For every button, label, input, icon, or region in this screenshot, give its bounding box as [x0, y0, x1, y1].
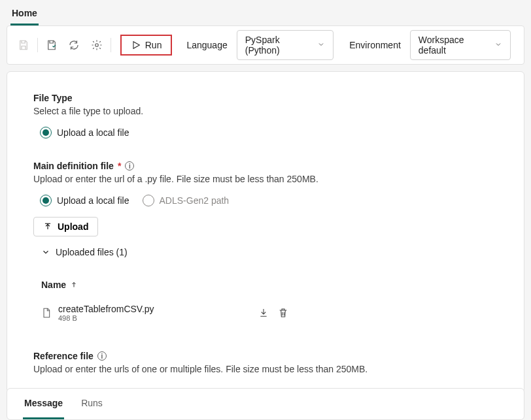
- file-name: createTablefromCSV.py: [58, 304, 258, 314]
- environment-dropdown[interactable]: Workspace default: [410, 30, 511, 60]
- section-reference-file: Reference file i Upload or enter the url…: [33, 351, 498, 374]
- file-size: 498 B: [58, 314, 258, 322]
- radio-label: Upload a local file: [57, 127, 129, 138]
- environment-label: Environment: [343, 40, 407, 50]
- upload-button[interactable]: Upload: [33, 217, 98, 236]
- radio-dot-icon: [143, 195, 154, 206]
- radio-adls-gen2-path[interactable]: ADLS-Gen2 path: [143, 195, 230, 206]
- file-icon: [41, 308, 52, 318]
- required-asterisk: *: [118, 161, 121, 171]
- bottom-tabs: Message Runs: [7, 388, 524, 420]
- uploaded-label: Uploaded files (1): [56, 247, 128, 257]
- main-panel: File Type Select a file type to upload. …: [7, 71, 524, 393]
- file-row: createTablefromCSV.py 498 B: [41, 297, 498, 329]
- section-main-definition: Main definition file * i Upload or enter…: [33, 161, 498, 329]
- tab-message[interactable]: Message: [23, 389, 64, 419]
- toolbar: Run Language PySpark (Python) Environmen…: [7, 25, 524, 65]
- save-as-icon[interactable]: [42, 35, 61, 56]
- delete-icon[interactable]: [278, 308, 288, 318]
- reference-title: Reference file: [33, 351, 94, 361]
- info-icon[interactable]: i: [125, 161, 134, 170]
- column-name[interactable]: Name: [41, 273, 498, 297]
- svg-point-0: [95, 44, 98, 47]
- run-label: Run: [145, 40, 162, 50]
- refresh-icon[interactable]: [64, 35, 84, 56]
- radio-upload-local-file[interactable]: Upload a local file: [40, 127, 129, 138]
- chevron-down-icon: [494, 40, 502, 50]
- chevron-down-icon: [317, 40, 325, 50]
- run-button[interactable]: Run: [120, 35, 173, 56]
- sort-asc-icon: [70, 281, 78, 289]
- file-type-title: File Type: [33, 93, 498, 103]
- chevron-down-icon: [41, 248, 50, 257]
- tab-home[interactable]: Home: [10, 4, 39, 25]
- save-icon[interactable]: [14, 35, 33, 56]
- main-def-title: Main definition file: [33, 161, 114, 171]
- radio-dot-icon: [40, 195, 52, 206]
- info-icon[interactable]: i: [97, 351, 107, 361]
- radio-dot-icon: [40, 127, 52, 138]
- reference-desc: Upload or enter the urls of one or multi…: [33, 364, 498, 374]
- uploaded-files-toggle[interactable]: Uploaded files (1): [41, 247, 498, 257]
- download-icon[interactable]: [258, 308, 269, 318]
- separator: [111, 38, 111, 52]
- upload-label: Upload: [58, 221, 88, 232]
- language-value: PySpark (Python): [245, 35, 313, 56]
- radio-upload-local-file[interactable]: Upload a local file: [40, 195, 129, 206]
- radio-label: Upload a local file: [57, 195, 129, 206]
- file-type-desc: Select a file type to upload.: [33, 106, 498, 116]
- separator: [37, 38, 38, 52]
- section-file-type: File Type Select a file type to upload. …: [33, 93, 498, 138]
- settings-icon[interactable]: [87, 35, 107, 56]
- tab-runs[interactable]: Runs: [80, 389, 104, 419]
- main-def-desc: Upload or enter the url of a .py file. F…: [33, 174, 498, 184]
- environment-value: Workspace default: [419, 35, 489, 56]
- language-label: Language: [180, 40, 233, 50]
- radio-label: ADLS-Gen2 path: [160, 195, 230, 206]
- file-table: Name createTablefromCSV.py 498 B: [41, 273, 498, 329]
- language-dropdown[interactable]: PySpark (Python): [237, 30, 334, 60]
